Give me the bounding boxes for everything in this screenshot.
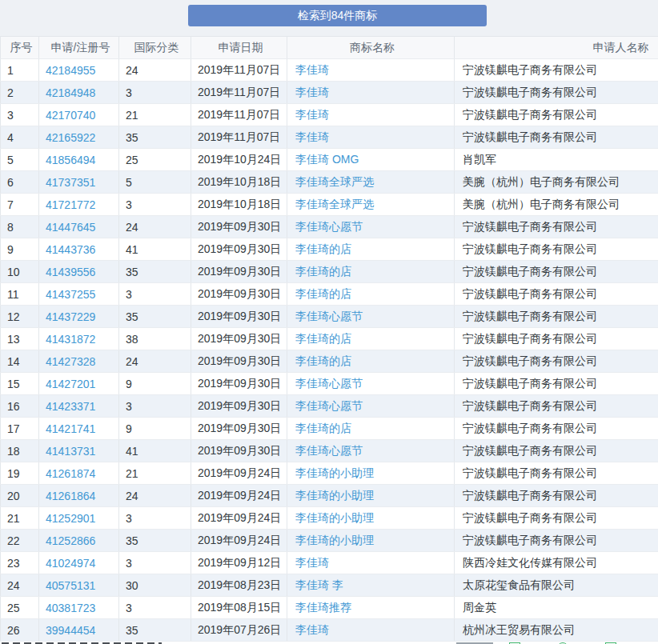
application-number-link[interactable]: 41252901 (46, 512, 95, 525)
application-number-link[interactable]: 41427328 (46, 355, 95, 368)
cell-applicant: 宁波镁麒电子商务有限公司 (455, 395, 658, 418)
application-number-link[interactable]: 39944454 (46, 624, 95, 637)
application-number-link[interactable]: 42170740 (46, 109, 95, 122)
trademark-name-link[interactable]: 李佳琦的小助理 (295, 534, 374, 546)
cell-intl_class: 38 (119, 328, 191, 350)
table-row: 174142174192019年09月30日李佳琦的店宁波镁麒电子商务有限公司 (1, 418, 658, 440)
trademark-name-link[interactable]: 李佳琦 (295, 130, 329, 143)
trademark-name-link[interactable]: 李佳琦的店 (295, 242, 351, 255)
trademark-name-link[interactable]: 李佳琦 李 (295, 578, 343, 591)
cell-tm_name: 李佳琦 OMG (287, 149, 455, 171)
trademark-name-link[interactable]: 李佳琦的店 (295, 422, 351, 434)
table-row: 214125290132019年09月24日李佳琦的小助理宁波镁麒电子商务有限公… (1, 507, 658, 530)
trademark-name-link[interactable]: 李佳琦 (295, 556, 329, 569)
application-number-link[interactable]: 40575131 (46, 579, 95, 592)
cell-applicant: 宁波镁麒电子商务有限公司 (455, 238, 658, 261)
cell-app_no: 42184955 (39, 59, 119, 82)
cell-applicant: 宁波镁麒电子商务有限公司 (455, 104, 658, 126)
application-number-link[interactable]: 41439556 (46, 266, 95, 278)
trademark-name-link[interactable]: 李佳琦的店 (295, 354, 351, 367)
table-row: 2041261864242019年09月24日李佳琦的小助理宁波镁麒电子商务有限… (1, 485, 658, 507)
application-number-link[interactable]: 42165922 (46, 131, 95, 144)
cell-applicant: 宁波镁麒电子商务有限公司 (455, 350, 658, 373)
cell-tm_name: 李佳琦 (287, 619, 455, 642)
trademark-name-link[interactable]: 李佳琦的小助理 (295, 511, 374, 524)
cell-applicant: 美腕（杭州）电子商务有限公司 (455, 194, 658, 216)
trademark-name-link[interactable]: 李佳琦全球严选 (295, 175, 374, 188)
search-result-count-button[interactable]: 检索到84件商标 (188, 5, 487, 26)
cell-intl_class: 3 (119, 194, 191, 216)
trademark-name-link[interactable]: 李佳琦的小助理 (295, 466, 374, 479)
application-number-link[interactable]: 41421741 (46, 422, 95, 435)
application-number-link[interactable]: 42184955 (46, 64, 95, 77)
application-number-link[interactable]: 41252866 (46, 534, 95, 547)
cell-applicant: 宁波镁麒电子商务有限公司 (455, 440, 658, 462)
trademark-name-link[interactable]: 李佳琦推荐 (295, 601, 351, 614)
table-row: 254038172332019年08月15日李佳琦推荐周金英 (1, 597, 658, 619)
cell-tm_name: 李佳琦 (287, 59, 455, 82)
trademark-name-link[interactable]: 李佳琦 (295, 623, 329, 636)
cell-tm_name: 李佳琦 (287, 82, 455, 104)
cell-app_date: 2019年09月30日 (191, 238, 287, 261)
trademark-name-link[interactable]: 李佳琦的店 (295, 287, 351, 300)
cell-index: 13 (1, 328, 39, 350)
application-number-link[interactable]: 41437255 (46, 288, 95, 301)
cell-applicant: 周金英 (455, 597, 658, 619)
application-number-link[interactable]: 40381723 (46, 602, 95, 614)
cell-applicant: 肖凯军 (455, 149, 658, 171)
trademark-name-link[interactable]: 李佳琦 (295, 108, 329, 121)
table-row: 114143725532019年09月30日李佳琦的店宁波镁麒电子商务有限公司 (1, 283, 658, 306)
application-number-link[interactable]: 41431872 (46, 333, 95, 346)
application-number-link[interactable]: 41437229 (46, 310, 95, 323)
cell-applicant: 宁波镁麒电子商务有限公司 (455, 306, 658, 328)
column-header-intl_class: 国际分类 (119, 37, 191, 59)
cell-app_no: 42184948 (39, 82, 119, 104)
cell-tm_name: 李佳琦的店 (287, 238, 455, 261)
cell-intl_class: 3 (119, 395, 191, 418)
table-row: 1341431872382019年09月30日李佳琦的店宁波镁麒电子商务有限公司 (1, 328, 658, 350)
table-row: 1441427328242019年09月30日李佳琦的店宁波镁麒电子商务有限公司 (1, 350, 658, 373)
trademark-name-link[interactable]: 李佳琦的小助理 (295, 489, 374, 502)
trademark-name-link[interactable]: 李佳琦心愿节 (295, 377, 363, 390)
cell-tm_name: 李佳琦心愿节 (287, 395, 455, 418)
cell-index: 9 (1, 238, 39, 261)
application-number-link[interactable]: 42184948 (46, 86, 95, 99)
cell-applicant: 宁波镁麒电子商务有限公司 (455, 82, 658, 104)
application-number-link[interactable]: 41427201 (46, 378, 95, 390)
application-number-link[interactable]: 41856494 (46, 154, 95, 166)
trademark-name-link[interactable]: 李佳琦的店 (295, 332, 351, 345)
cell-index: 10 (1, 261, 39, 283)
application-number-link[interactable]: 41721772 (46, 198, 95, 211)
cell-app_date: 2019年09月24日 (191, 485, 287, 507)
trademark-name-link[interactable]: 李佳琦心愿节 (295, 310, 363, 322)
cell-index: 12 (1, 306, 39, 328)
cell-app_no: 41252901 (39, 507, 119, 530)
trademark-name-link[interactable]: 李佳琦的店 (295, 265, 351, 278)
application-number-link[interactable]: 41737351 (46, 176, 95, 189)
trademark-name-link[interactable]: 李佳琦 OMG (295, 153, 359, 166)
cell-app_no: 41413731 (39, 440, 119, 462)
cell-applicant: 陕西冷娃文化传媒有限公司 (455, 552, 658, 574)
application-number-link[interactable]: 41261874 (46, 467, 95, 480)
application-number-link[interactable]: 41024974 (46, 557, 95, 570)
trademark-name-link[interactable]: 李佳琦 (295, 63, 329, 76)
cell-app_no: 40575131 (39, 574, 119, 597)
cell-app_no: 41421741 (39, 418, 119, 440)
cell-index: 24 (1, 574, 39, 597)
trademark-name-link[interactable]: 李佳琦心愿节 (295, 220, 363, 233)
trademark-name-link[interactable]: 李佳琦 (295, 86, 329, 98)
application-number-link[interactable]: 41443736 (46, 243, 95, 256)
trademark-name-link[interactable]: 李佳琦全球严选 (295, 198, 374, 210)
cell-app_no: 41427201 (39, 373, 119, 395)
application-number-link[interactable]: 41447645 (46, 221, 95, 234)
application-number-link[interactable]: 41423371 (46, 400, 95, 413)
cell-app_no: 41252866 (39, 530, 119, 552)
cell-intl_class: 5 (119, 171, 191, 194)
cell-tm_name: 李佳琦的店 (287, 283, 455, 306)
application-number-link[interactable]: 41261864 (46, 490, 95, 502)
table-row: 2639944454352019年07月26日李佳琦杭州冰王贸易有限公司 (1, 619, 658, 642)
cell-index: 19 (1, 462, 39, 485)
trademark-name-link[interactable]: 李佳琦心愿节 (295, 444, 363, 457)
application-number-link[interactable]: 41413731 (46, 445, 95, 458)
trademark-name-link[interactable]: 李佳琦心愿节 (295, 399, 363, 412)
